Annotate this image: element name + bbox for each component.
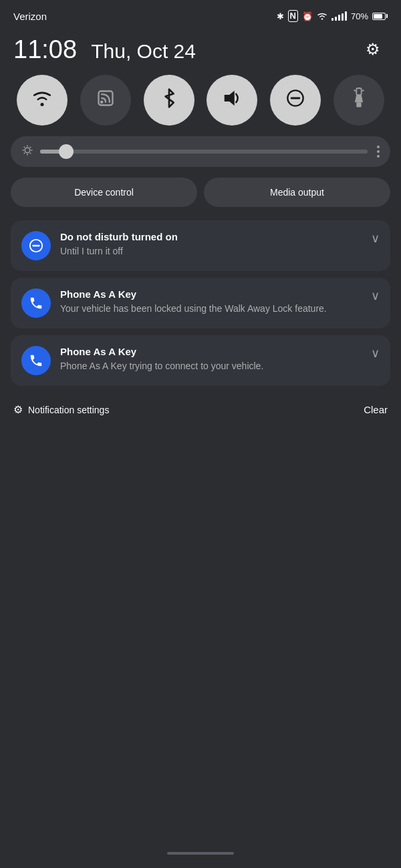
notifications-section: Do not disturb turned on Until I turn it… [0,220,401,386]
dnd-notif-icon [29,238,43,253]
phone-key-1-title: Phone As A Key [60,288,380,300]
signal-icon [331,11,347,21]
svg-point-0 [321,18,323,19]
tile-dnd[interactable] [270,75,321,126]
phone-key-1-content: Phone As A Key Your vehicle has been loc… [60,288,380,316]
notification-settings-gear-icon: ⚙ [13,403,23,416]
tile-flashlight[interactable] [333,75,384,126]
nfc-icon: N [288,10,298,22]
svg-line-21 [30,146,31,148]
phone-key-1-chevron-icon: ∨ [371,288,380,303]
svg-line-19 [30,152,31,154]
brightness-more-button[interactable] [377,146,380,158]
svg-line-11 [354,89,355,91]
svg-point-3 [100,100,104,103]
svg-marker-4 [225,90,235,105]
svg-point-1 [41,102,44,105]
wifi-tile-icon [32,89,52,112]
phone-key-2-body: Phone As A Key trying to connect to your… [60,360,380,373]
svg-line-20 [24,152,25,154]
phone-key-2-chevron-icon: ∨ [371,346,380,361]
quick-tiles-row [0,75,401,136]
brightness-thumb [59,144,74,159]
datetime-text: 11:08 Thu, Oct 24 [13,35,196,64]
bluetooth-tile-icon [162,87,176,114]
rss-tile-icon [96,89,115,112]
bottom-handle [167,852,234,855]
wifi-status-icon [317,11,327,21]
status-icons: ✱ N ⏰ 70% [277,10,388,22]
footer-row: ⚙ Notification settings Clear [0,393,401,416]
svg-point-13 [25,148,30,153]
control-buttons-row: Device control Media output [0,178,401,220]
alarm-icon: ⏰ [302,11,313,21]
tile-volume[interactable] [207,75,257,126]
flashlight-tile-icon [351,87,367,114]
brightness-track[interactable] [40,150,368,154]
date-display: Thu, Oct 24 [91,40,196,62]
notification-settings-button[interactable]: ⚙ Notification settings [13,403,109,416]
phone-key-2-icon [29,353,43,368]
brightness-icon [21,144,33,160]
phone-key-2-icon-wrap [21,346,51,375]
time-display: 11:08 [13,35,77,63]
phone-key-2-content: Phone As A Key Phone As A Key trying to … [60,346,380,373]
tile-bluetooth[interactable] [144,75,194,126]
settings-button[interactable]: ⚙ [358,35,388,64]
media-output-button[interactable]: Media output [204,178,390,207]
svg-line-18 [24,146,25,148]
dnd-notif-content: Do not disturb turned on Until I turn it… [60,231,380,258]
battery-label: 70% [351,11,368,21]
datetime-row: 11:08 Thu, Oct 24 ⚙ [0,29,401,75]
dnd-notif-body: Until I turn it off [60,245,380,258]
notification-phone-key-1[interactable]: Phone As A Key Your vehicle has been loc… [11,278,390,329]
phone-key-1-icon-wrap [21,288,51,318]
dot-2 [377,150,380,153]
brightness-slider[interactable] [11,136,390,167]
clear-button[interactable]: Clear [364,404,388,415]
dnd-notif-title: Do not disturb turned on [60,231,380,242]
volume-tile-icon [222,89,242,112]
phone-key-1-body: Your vehicle has been locked using the W… [60,302,380,316]
notification-settings-label: Notification settings [28,405,109,415]
notification-phone-key-2[interactable]: Phone As A Key Phone As A Key trying to … [11,335,390,386]
phone-key-1-icon [29,296,43,310]
media-output-label: Media output [270,187,324,198]
status-bar: Verizon ✱ N ⏰ 70% [0,0,401,29]
phone-key-2-title: Phone As A Key [60,346,380,357]
dot-1 [377,146,380,148]
battery-icon [372,13,388,20]
tile-wifi[interactable] [17,75,68,126]
svg-line-12 [362,89,364,91]
device-control-label: Device control [74,187,134,198]
dnd-notif-icon-wrap [21,231,51,260]
carrier-label: Verizon [13,11,47,22]
notification-dnd[interactable]: Do not disturb turned on Until I turn it… [11,220,390,271]
svg-marker-8 [354,95,362,102]
tile-rss[interactable] [80,75,131,126]
bluetooth-icon: ✱ [277,11,284,21]
gear-icon: ⚙ [366,40,380,59]
svg-rect-7 [356,88,361,95]
svg-rect-9 [356,102,361,107]
device-control-button[interactable]: Device control [11,178,197,207]
dot-3 [377,155,380,158]
dnd-chevron-icon: ∨ [371,231,380,246]
dnd-tile-icon [286,89,305,112]
